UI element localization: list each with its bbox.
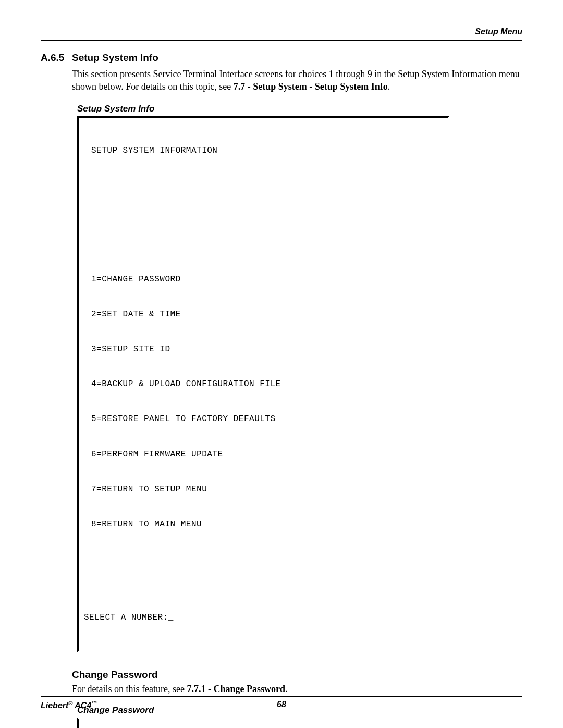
section-number: A.6.5 [41,52,72,64]
footer-page-number: 68 [41,700,522,709]
section-heading: A.6.5 Setup System Info [41,52,522,64]
section-title: Setup System Info [72,52,158,64]
header-right-text: Setup Menu [475,27,522,36]
terminal-screen-setup-system-info: SETUP SYSTEM INFORMATION 1=CHANGE PASSWO… [77,116,449,653]
sub-pre: For details on this feature, see [72,684,187,694]
menu-item: 1=CHANGE PASSWORD [91,274,443,285]
section-paragraph: This section presents Service Terminal I… [72,68,522,93]
menu-item: 6=PERFORM FIRMWARE UPDATE [91,449,443,460]
para-post: . [388,81,390,92]
sub-post: . [285,684,288,694]
terminal-screen-change-password: CHANGE PASSWORD 1=CHANGE PASSWORD 2=RETU… [77,718,449,728]
menu-item: 2=SET DATE & TIME [91,309,443,320]
document-page: Setup Menu A.6.5 Setup System Info This … [0,0,563,728]
menu-item: 5=RESTORE PANEL TO FACTORY DEFAULTS [91,413,443,425]
para-xref: 7.7 - Setup System - Setup System Info [234,81,388,92]
menu-item: 7=RETURN TO SETUP MENU [91,484,443,495]
figure-caption-1: Setup System Info [77,104,522,114]
menu-item: 4=BACKUP & UPLOAD CONFIGURATION FILE [91,378,443,390]
page-footer: 68 Liebert® AC4™ [41,696,522,710]
sub-xref: 7.7.1 - Change Password [187,684,285,694]
sub-heading: Change Password [72,669,522,681]
menu-item: 8=RETURN TO MAIN MENU [91,519,443,530]
running-header: Setup Menu [41,27,522,41]
terminal-title: SETUP SYSTEM INFORMATION [84,145,443,156]
sub-paragraph: For details on this feature, see 7.7.1 -… [72,684,522,695]
menu-item: 3=SETUP SITE ID [91,343,443,355]
terminal-prompt: SELECT A NUMBER:_ [84,612,443,623]
